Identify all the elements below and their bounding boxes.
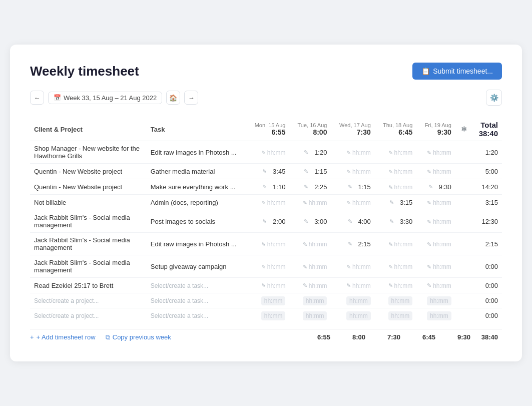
edit-icon[interactable]: ✎	[261, 150, 266, 156]
edit-icon[interactable]: ✎	[388, 169, 393, 175]
edit-icon[interactable]: ✎	[388, 150, 393, 156]
task-cell[interactable]: Select/create a task...	[147, 308, 246, 323]
time-cell-fri[interactable]: ✎hh:mm	[416, 141, 455, 164]
edit-icon[interactable]: ✎	[346, 282, 351, 289]
edit-icon[interactable]: ✎	[304, 168, 308, 175]
edit-icon[interactable]: ✎	[427, 264, 431, 270]
time-cell-fri[interactable]: ✎hh:mm	[416, 278, 455, 293]
add-row-button[interactable]: + + Add timesheet row	[30, 333, 96, 341]
edit-icon[interactable]: ✎	[427, 282, 431, 289]
edit-icon[interactable]: ✎	[348, 218, 352, 225]
time-cell-fri[interactable]: ✎hh:mm	[416, 233, 455, 255]
client-cell[interactable]: Select/create a project...	[30, 308, 147, 323]
time-cell-tue[interactable]: hh:mm	[289, 308, 331, 323]
time-cell-tue[interactable]: hh:mm	[289, 293, 331, 308]
copy-previous-week-button[interactable]: ⧉ Copy previous week	[106, 333, 171, 341]
time-cell-tue[interactable]: ✎1:20	[289, 141, 331, 164]
edit-icon[interactable]: ✎	[303, 282, 307, 289]
prev-week-button[interactable]: ←	[30, 91, 44, 105]
edit-icon[interactable]: ✎	[389, 218, 394, 225]
edit-icon[interactable]: ✎	[388, 241, 393, 248]
time-cell-mon[interactable]: ✎hh:mm	[246, 195, 289, 210]
edit-icon[interactable]: ✎	[261, 282, 266, 289]
edit-icon[interactable]: ✎	[346, 150, 351, 156]
edit-icon[interactable]: ✎	[348, 241, 352, 247]
edit-icon[interactable]: ✎	[427, 241, 431, 248]
time-cell-tue[interactable]: ✎hh:mm	[289, 278, 331, 293]
edit-icon[interactable]: ✎	[304, 149, 308, 156]
edit-icon[interactable]: ✎	[262, 184, 267, 190]
time-cell-thu[interactable]: ✎hh:mm	[375, 141, 416, 164]
time-cell-mon[interactable]: hh:mm	[246, 308, 289, 323]
home-button[interactable]: 🏠	[166, 91, 180, 105]
time-cell-tue[interactable]: ✎1:15	[289, 164, 331, 179]
time-cell-wed[interactable]: ✎hh:mm	[331, 141, 374, 164]
edit-icon[interactable]: ✎	[427, 219, 431, 225]
submit-button[interactable]: 📋 Submit timesheet...	[412, 63, 502, 80]
time-cell-thu[interactable]: ✎hh:mm	[375, 255, 416, 278]
edit-icon[interactable]: ✎	[388, 184, 393, 191]
time-cell-mon[interactable]: ✎hh:mm	[246, 278, 289, 293]
time-cell-mon[interactable]: ✎hh:mm	[246, 233, 289, 255]
edit-icon[interactable]: ✎	[427, 200, 431, 206]
time-cell-thu[interactable]: ✎hh:mm	[375, 278, 416, 293]
time-cell-thu[interactable]: ✎hh:mm	[375, 164, 416, 179]
time-cell-thu[interactable]: ✎hh:mm	[375, 233, 416, 255]
next-week-button[interactable]: →	[184, 91, 198, 105]
time-cell-thu[interactable]: ✎3:30	[375, 210, 416, 233]
time-cell-tue[interactable]: ✎hh:mm	[289, 233, 331, 255]
edit-icon[interactable]: ✎	[428, 184, 433, 190]
time-cell-tue[interactable]: ✎3:00	[289, 210, 331, 233]
edit-icon[interactable]: ✎	[346, 200, 351, 206]
time-cell-mon[interactable]: ✎3:45	[246, 164, 289, 179]
time-cell-tue[interactable]: ✎hh:mm	[289, 255, 331, 278]
edit-icon[interactable]: ✎	[346, 264, 351, 270]
time-cell-fri[interactable]: ✎hh:mm	[416, 255, 455, 278]
time-cell-fri[interactable]: hh:mm	[416, 293, 455, 308]
edit-icon[interactable]: ✎	[303, 241, 307, 248]
time-cell-mon[interactable]: ✎2:00	[246, 210, 289, 233]
time-cell-wed[interactable]: hh:mm	[331, 293, 374, 308]
settings-button[interactable]: ⚙️	[486, 90, 502, 106]
time-cell-wed[interactable]: ✎1:15	[331, 179, 374, 195]
time-cell-wed[interactable]: hh:mm	[331, 308, 374, 323]
time-cell-wed[interactable]: ✎2:15	[331, 233, 374, 255]
edit-icon[interactable]: ✎	[261, 241, 266, 248]
edit-icon[interactable]: ✎	[348, 184, 352, 190]
time-cell-wed[interactable]: ✎hh:mm	[331, 255, 374, 278]
edit-icon[interactable]: ✎	[303, 200, 307, 206]
time-cell-wed[interactable]: ✎hh:mm	[331, 164, 374, 179]
time-cell-tue[interactable]: ✎2:25	[289, 179, 331, 195]
edit-icon[interactable]: ✎	[346, 169, 351, 175]
edit-icon[interactable]: ✎	[261, 264, 266, 270]
edit-icon[interactable]: ✎	[388, 264, 393, 270]
edit-icon[interactable]: ✎	[262, 218, 267, 225]
time-cell-fri[interactable]: ✎hh:mm	[416, 195, 455, 210]
task-cell[interactable]: Select/create a task...	[147, 278, 246, 293]
task-cell[interactable]: Select/create a task...	[147, 293, 246, 308]
time-cell-thu[interactable]: hh:mm	[375, 308, 416, 323]
time-cell-thu[interactable]: ✎3:15	[375, 195, 416, 210]
client-cell[interactable]: Select/create a project...	[30, 293, 147, 308]
time-cell-tue[interactable]: ✎hh:mm	[289, 195, 331, 210]
time-cell-thu[interactable]: hh:mm	[375, 293, 416, 308]
time-cell-fri[interactable]: ✎hh:mm	[416, 164, 455, 179]
edit-icon[interactable]: ✎	[303, 264, 307, 270]
time-cell-thu[interactable]: ✎hh:mm	[375, 179, 416, 195]
time-cell-mon[interactable]: ✎1:10	[246, 179, 289, 195]
edit-icon[interactable]: ✎	[304, 184, 308, 190]
time-cell-mon[interactable]: ✎hh:mm	[246, 255, 289, 278]
time-cell-wed[interactable]: ✎hh:mm	[331, 195, 374, 210]
time-cell-mon[interactable]: ✎hh:mm	[246, 141, 289, 164]
time-cell-fri[interactable]: ✎hh:mm	[416, 210, 455, 233]
time-cell-wed[interactable]: ✎hh:mm	[331, 278, 374, 293]
time-cell-fri[interactable]: hh:mm	[416, 308, 455, 323]
time-cell-fri[interactable]: ✎9:30	[416, 179, 455, 195]
edit-icon[interactable]: ✎	[427, 169, 431, 175]
time-cell-mon[interactable]: hh:mm	[246, 293, 289, 308]
edit-icon[interactable]: ✎	[389, 199, 394, 206]
edit-icon[interactable]: ✎	[262, 168, 267, 175]
time-cell-wed[interactable]: ✎4:00	[331, 210, 374, 233]
edit-icon[interactable]: ✎	[261, 200, 266, 206]
edit-icon[interactable]: ✎	[427, 150, 431, 156]
